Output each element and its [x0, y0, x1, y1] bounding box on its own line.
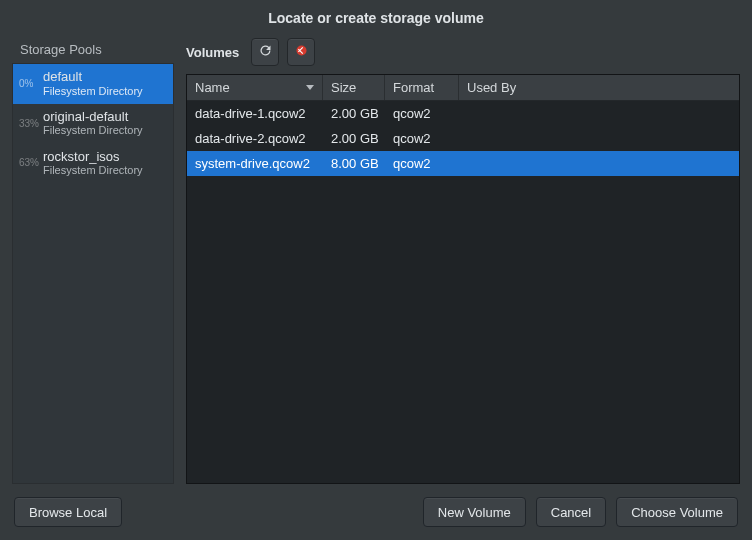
volumes-table: Name Size Format Used By data-drive-1.qc…	[186, 74, 740, 484]
table-row[interactable]: data-drive-2.qcow22.00 GBqcow2	[187, 126, 739, 151]
browse-local-button[interactable]: Browse Local	[14, 497, 122, 527]
content-area: Storage Pools 0%defaultFilesystem Direct…	[0, 36, 752, 484]
cell-format: qcow2	[385, 156, 459, 171]
delete-button[interactable]	[287, 38, 315, 66]
table-row[interactable]: data-drive-1.qcow22.00 GBqcow2	[187, 101, 739, 126]
dialog-footer: Browse Local New Volume Cancel Choose Vo…	[0, 484, 752, 540]
refresh-icon	[258, 43, 273, 61]
storage-pools-list: 0%defaultFilesystem Directory33%original…	[12, 64, 174, 484]
pool-name: rockstor_isos	[43, 149, 143, 165]
volumes-toolbar: Volumes	[186, 36, 740, 74]
storage-pools-panel: Storage Pools 0%defaultFilesystem Direct…	[12, 36, 174, 484]
cell-name: data-drive-1.qcow2	[187, 106, 323, 121]
pool-type: Filesystem Directory	[43, 124, 143, 137]
volumes-label: Volumes	[186, 45, 239, 60]
table-header: Name Size Format Used By	[187, 75, 739, 101]
pool-type: Filesystem Directory	[43, 164, 143, 177]
cell-size: 2.00 GB	[323, 131, 385, 146]
pool-text: rockstor_isosFilesystem Directory	[43, 149, 143, 178]
cell-name: system-drive.qcow2	[187, 156, 323, 171]
column-header-format[interactable]: Format	[385, 75, 459, 100]
table-row[interactable]: system-drive.qcow28.00 GBqcow2	[187, 151, 739, 176]
new-volume-button[interactable]: New Volume	[423, 497, 526, 527]
dialog-title: Locate or create storage volume	[0, 0, 752, 36]
storage-pools-header: Storage Pools	[12, 36, 174, 64]
column-header-label: Size	[331, 80, 356, 95]
sort-descending-icon	[306, 85, 314, 90]
pool-usage-percent: 0%	[19, 78, 43, 89]
storage-pool-item[interactable]: 33%original-defaultFilesystem Directory	[13, 104, 173, 144]
column-header-name[interactable]: Name	[187, 75, 323, 100]
column-header-label: Name	[195, 80, 230, 95]
pool-type: Filesystem Directory	[43, 85, 143, 98]
dialog: Locate or create storage volume Storage …	[0, 0, 752, 540]
delete-icon	[294, 43, 309, 61]
storage-pool-item[interactable]: 63%rockstor_isosFilesystem Directory	[13, 144, 173, 184]
column-header-label: Format	[393, 80, 434, 95]
refresh-button[interactable]	[251, 38, 279, 66]
column-header-usedby[interactable]: Used By	[459, 75, 739, 100]
cell-size: 2.00 GB	[323, 106, 385, 121]
storage-pool-item[interactable]: 0%defaultFilesystem Directory	[13, 64, 173, 104]
cell-format: qcow2	[385, 106, 459, 121]
svg-point-0	[296, 46, 306, 56]
pool-usage-percent: 63%	[19, 157, 43, 168]
pool-text: original-defaultFilesystem Directory	[43, 109, 143, 138]
volumes-panel: Volumes Name	[186, 36, 740, 484]
pool-name: original-default	[43, 109, 143, 125]
cancel-button[interactable]: Cancel	[536, 497, 606, 527]
cell-size: 8.00 GB	[323, 156, 385, 171]
cell-name: data-drive-2.qcow2	[187, 131, 323, 146]
column-header-size[interactable]: Size	[323, 75, 385, 100]
cell-format: qcow2	[385, 131, 459, 146]
column-header-label: Used By	[467, 80, 516, 95]
pool-text: defaultFilesystem Directory	[43, 69, 143, 98]
pool-usage-percent: 33%	[19, 118, 43, 129]
table-body: data-drive-1.qcow22.00 GBqcow2data-drive…	[187, 101, 739, 483]
choose-volume-button[interactable]: Choose Volume	[616, 497, 738, 527]
pool-name: default	[43, 69, 143, 85]
